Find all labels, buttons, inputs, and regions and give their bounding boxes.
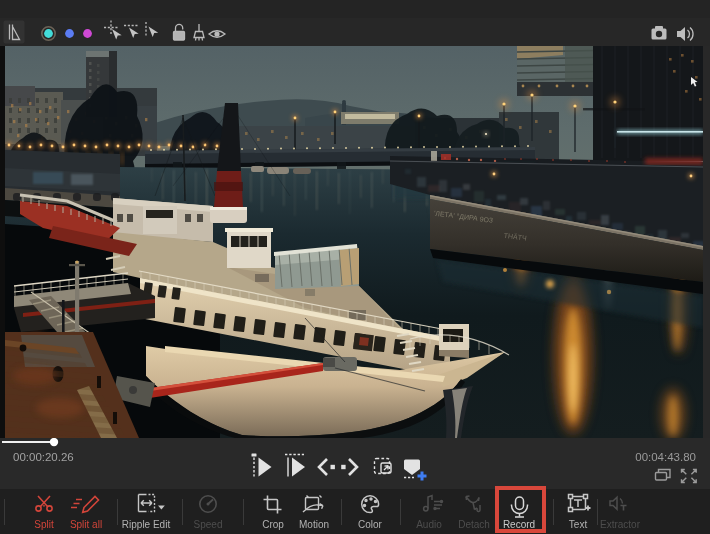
svg-text:Split: Split <box>34 519 54 530</box>
svg-text:Audio: Audio <box>416 519 442 530</box>
svg-text:Detach: Detach <box>458 519 490 530</box>
svg-text:Color: Color <box>358 519 383 530</box>
svg-text:00:00:20.26: 00:00:20.26 <box>13 451 74 463</box>
svg-text:Extractor: Extractor <box>600 519 641 530</box>
svg-text:00:04:43.80: 00:04:43.80 <box>635 451 696 463</box>
svg-text:Split all: Split all <box>70 519 102 530</box>
svg-text:Motion: Motion <box>299 519 329 530</box>
svg-text:Ripple Edit: Ripple Edit <box>122 519 171 530</box>
svg-text:Text: Text <box>569 519 588 530</box>
svg-text:Speed: Speed <box>194 519 223 530</box>
svg-text:Crop: Crop <box>262 519 284 530</box>
